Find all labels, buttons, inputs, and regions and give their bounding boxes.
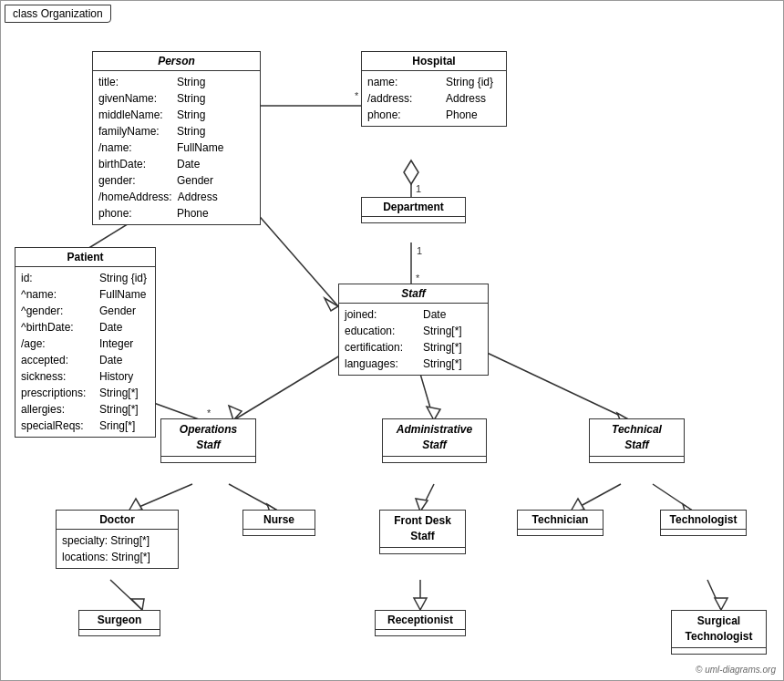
hospital-body: name:String {id} /address:Address phone:… bbox=[362, 71, 506, 126]
svg-text:*: * bbox=[355, 90, 359, 101]
patient-class: Patient id:String {id} ^name:FullName ^g… bbox=[15, 247, 156, 438]
svg-line-15 bbox=[129, 484, 192, 511]
svg-marker-2 bbox=[404, 160, 418, 184]
surgical-technologist-class: SurgicalTechnologist bbox=[671, 610, 767, 655]
staff-body: joined:Date education:String[*] certific… bbox=[339, 304, 488, 375]
doctor-class: Doctor specialty: String[*] locations: S… bbox=[56, 510, 179, 569]
svg-marker-26 bbox=[131, 599, 144, 610]
staff-class: Staff joined:Date education:String[*] ce… bbox=[338, 284, 489, 376]
receptionist-header: Receptionist bbox=[376, 611, 465, 630]
operations-staff-class: OperationsStaff bbox=[160, 418, 256, 463]
technical-staff-header: TechnicalStaff bbox=[590, 419, 684, 457]
receptionist-class: Receptionist bbox=[375, 610, 466, 636]
technician-class: Technician bbox=[517, 510, 603, 536]
doctor-header: Doctor bbox=[57, 511, 178, 530]
svg-marker-28 bbox=[414, 598, 427, 610]
department-header: Department bbox=[362, 198, 465, 217]
hospital-header: Hospital bbox=[362, 52, 506, 71]
svg-marker-30 bbox=[715, 598, 727, 610]
svg-text:1: 1 bbox=[417, 245, 422, 256]
technical-staff-class: TechnicalStaff bbox=[589, 418, 685, 463]
person-class: Person title:String givenName:String mid… bbox=[92, 51, 261, 225]
administrative-staff-header: AdministrativeStaff bbox=[383, 419, 486, 457]
technician-header: Technician bbox=[518, 511, 603, 530]
staff-header: Staff bbox=[339, 284, 488, 304]
diagram-title: class Organization bbox=[5, 5, 111, 23]
doctor-body: specialty: String[*] locations: String[*… bbox=[57, 530, 178, 568]
nurse-class: Nurse bbox=[242, 510, 315, 536]
surgeon-class: Surgeon bbox=[78, 610, 160, 636]
svg-line-29 bbox=[707, 580, 721, 610]
operations-staff-header: OperationsStaff bbox=[161, 419, 255, 457]
surgical-technologist-header: SurgicalTechnologist bbox=[672, 611, 766, 648]
svg-text:1: 1 bbox=[416, 183, 421, 194]
diagram-container: class Organization bbox=[0, 0, 784, 681]
front-desk-staff-header: Front DeskStaff bbox=[380, 511, 465, 548]
hospital-class: Hospital name:String {id} /address:Addre… bbox=[361, 51, 507, 127]
person-header: Person bbox=[93, 52, 260, 71]
surgeon-header: Surgeon bbox=[79, 611, 160, 630]
copyright-text: © uml-diagrams.org bbox=[696, 665, 776, 675]
administrative-staff-class: AdministrativeStaff bbox=[382, 418, 487, 463]
svg-line-21 bbox=[571, 484, 621, 511]
department-body bbox=[362, 217, 465, 222]
svg-line-25 bbox=[110, 580, 142, 610]
person-body: title:String givenName:String middleName… bbox=[93, 71, 260, 224]
svg-text:*: * bbox=[416, 273, 420, 284]
svg-line-13 bbox=[466, 343, 630, 420]
svg-line-19 bbox=[420, 484, 434, 511]
svg-line-17 bbox=[229, 484, 279, 511]
nurse-header: Nurse bbox=[243, 511, 315, 530]
technologist-class: Technologist bbox=[660, 510, 747, 536]
svg-line-23 bbox=[653, 484, 694, 511]
svg-marker-7 bbox=[325, 298, 338, 311]
technologist-header: Technologist bbox=[661, 511, 746, 530]
department-class: Department bbox=[361, 197, 466, 223]
svg-text:*: * bbox=[207, 408, 211, 418]
patient-body: id:String {id} ^name:FullName ^gender:Ge… bbox=[15, 267, 155, 437]
front-desk-staff-class: Front DeskStaff bbox=[379, 510, 466, 554]
patient-header: Patient bbox=[15, 248, 155, 267]
